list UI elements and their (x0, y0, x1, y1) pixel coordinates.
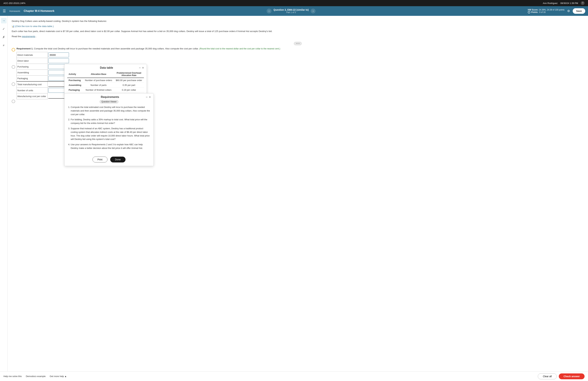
requirements-list: Compute the total estimated cost Destiny… (67, 106, 151, 150)
content-area: Destiny Dog Collars uses activity-based … (8, 16, 588, 371)
packaging-label: Packaging (17, 75, 48, 81)
bottom-right-actions: Clear all Check answer (538, 373, 585, 379)
nav-center: ‹ Question 3, EM4-22 (similar to) Part 1… (56, 8, 525, 14)
step-radio-4[interactable] (12, 100, 15, 103)
step-radio-1[interactable] (12, 48, 15, 51)
req-modal-header: Requirements − × (64, 93, 153, 100)
requirement-item-2: For bidding, Destiny adds a 35% markup t… (71, 118, 151, 125)
print-button[interactable]: Print (92, 157, 107, 162)
hw-score-block: HW Score: 24.39%, 24.39 of 100 points Po… (528, 9, 565, 13)
requirements-modal: Requirements − × Question Viewer Compute… (64, 93, 154, 166)
total-row: Total manufacturing cost (17, 81, 70, 88)
divider-area: • • • (12, 40, 584, 47)
settings-icon[interactable]: ⚙ (567, 9, 570, 13)
requirements-link[interactable]: requirements (22, 35, 35, 38)
requirements-text: Read the requirements . (12, 35, 584, 38)
help-me-solve-link[interactable]: Help me solve this (3, 375, 22, 378)
help-icon-top[interactable]: ? (581, 1, 585, 5)
top-bar: ACC-202-20101.24FA Ann Rodriguez 08/30/2… (0, 0, 588, 6)
purchasing-label: Purchasing (17, 64, 48, 69)
prev-question-button[interactable]: ‹ (267, 9, 272, 13)
direct-materials-input-cell[interactable] (48, 52, 70, 58)
req-modal-body: Compute the total estimated cost Destiny… (64, 106, 153, 155)
course-code: ACC-202-20101.24FA (3, 2, 25, 4)
table-row: Purchasing (17, 64, 70, 69)
sidebar-item-cross[interactable]: ✗ (1, 34, 6, 40)
data-table-minimize-button[interactable]: − (139, 66, 141, 69)
nav-header: ☰ Homework: Chapter M:4 Homework ‹ Quest… (0, 6, 588, 16)
req-modal-minimize-button[interactable]: − (146, 95, 148, 99)
user-name: Ann Rodriguez (543, 2, 558, 4)
step-radios (12, 48, 15, 103)
data-table-modal-header: Data table − × (64, 64, 147, 71)
nav-right: HW Score: 24.39%, 24.39 of 100 points Po… (528, 8, 585, 14)
req-modal-close-button[interactable]: × (149, 95, 151, 99)
allocation-base-header: Allocation Base (83, 71, 114, 78)
demodocs-example-link[interactable]: Demodocs example (26, 375, 45, 378)
data-table-modal: Data table − × Activity Allocation Base … (64, 64, 147, 95)
data-table-title: Data table (74, 66, 139, 69)
sidebar-item-check[interactable]: ✓ (1, 26, 6, 32)
direct-labor-input-cell[interactable] (48, 58, 70, 64)
step-radio-2[interactable] (12, 65, 15, 69)
date-time: 08/30/24 1:39 PM (560, 2, 578, 4)
collapse-button[interactable]: • • • (294, 42, 302, 45)
next-question-button[interactable]: › (311, 9, 315, 13)
step-radio-3[interactable] (12, 82, 15, 86)
data-table: Activity Allocation Base Predetermined O… (67, 71, 144, 92)
points-line: Points: 0 of 16 (528, 11, 565, 13)
rate-header: Predetermined OverheadAllocation Rate (114, 71, 144, 78)
activity-assembling: Assembling (67, 83, 83, 88)
done-button[interactable]: Done (110, 157, 126, 162)
activity-purchasing: Purchasing (67, 78, 83, 83)
direct-materials-label: Direct materials (17, 52, 48, 58)
bottom-toolbar: Help me solve this Demodocs example Get … (0, 371, 588, 381)
table-row: Packaging (17, 75, 70, 81)
rate-purchasing: $60.00 per purchase order (114, 78, 144, 83)
data-table-row: Assembling Number of parts 0.35 per part (67, 83, 144, 88)
check-answer-button[interactable]: Check answer (559, 373, 585, 379)
table-row: Number of units (17, 88, 70, 93)
table-row: Direct materials (17, 52, 70, 58)
clear-all-button[interactable]: Clear all (538, 373, 557, 379)
data-table-header-row: Activity Allocation Base Predetermined O… (67, 71, 144, 78)
sidebar: → ✓ ✗ ≠ (0, 16, 8, 371)
data-table-link[interactable]: (Click the icon to view the data table.) (15, 25, 54, 27)
hw-title: Chapter M:4 Homework (24, 9, 55, 13)
question-title: Question 3, EM4-22 (similar to) (273, 8, 309, 11)
per-collar-row: Manufacturing cost per collar (17, 93, 70, 99)
table-row: Direct labor (17, 58, 70, 64)
data-table-row: Purchasing Number of purchase orders $60… (67, 78, 144, 83)
save-button[interactable]: Save (573, 8, 585, 14)
question-text-line2: Each collar has four parts, direct mater… (12, 29, 584, 33)
req-modal-footer: Print Done (64, 155, 153, 166)
question-viewer-badge: Question Viewer (100, 100, 118, 103)
cost-input-table: Direct materials Direct labor (17, 52, 70, 99)
menu-button[interactable]: ☰ (3, 9, 6, 13)
data-table-close-button[interactable]: × (142, 66, 144, 69)
points-circle-icon (528, 11, 530, 13)
rate-packaging: 0.19 per collar (114, 88, 144, 92)
get-more-help-link[interactable]: Get more help ▲ (50, 375, 67, 378)
direct-labor-input[interactable] (48, 58, 69, 63)
requirement-item-4: Use your answers to Requirements 2 and 3… (71, 143, 151, 150)
req-modal-controls: − × (146, 95, 151, 99)
num-units-label: Number of units (17, 88, 48, 93)
question-text-line1: Destiny Dog Collars uses activity-based … (12, 19, 584, 23)
hw-score-line: HW Score: 24.39%, 24.39 of 100 points (528, 9, 565, 11)
activity-packaging: Packaging (67, 88, 83, 92)
direct-labor-label: Direct labor (17, 58, 48, 64)
requirement-item-3: Suppose that instead of an ABC system, D… (71, 127, 151, 141)
question-sub: Part 1 of 5 (273, 11, 309, 14)
question-text-link: 📊 (Click the icon to view the data table… (12, 24, 584, 28)
direct-materials-input[interactable] (48, 52, 69, 57)
table-row: Assembling (17, 69, 70, 75)
req-modal-title: Requirements (74, 95, 146, 99)
req-label: Requirement 1. Compute the total cost De… (17, 47, 584, 50)
sidebar-item-arrow[interactable]: → (1, 18, 6, 23)
sidebar-item-strikethrough[interactable]: ≠ (1, 43, 6, 48)
base-packaging: Number of finished collars (83, 88, 114, 92)
base-purchasing: Number of purchase orders (83, 78, 114, 83)
assembling-label: Assembling (17, 69, 48, 75)
total-mfg-cost-label: Total manufacturing cost (17, 81, 48, 88)
